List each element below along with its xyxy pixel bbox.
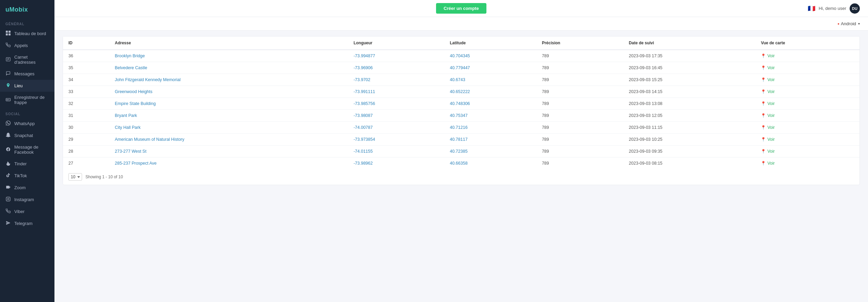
sidebar-item-telegram[interactable]: Telegram xyxy=(0,217,54,229)
sidebar-item-instagram[interactable]: Instagram xyxy=(0,194,54,206)
sidebar-item-calls[interactable]: Appels xyxy=(0,40,54,51)
pin-icon: 📍 xyxy=(761,125,766,130)
cell-id: 32 xyxy=(63,98,109,110)
table-row: 27 285-237 Prospect Ave -73.98962 40.663… xyxy=(63,157,859,169)
cell-id: 28 xyxy=(63,146,109,157)
calls-label: Appels xyxy=(14,43,28,48)
topbar: Créer un compte 🇫🇷 Hi, demo user DU xyxy=(54,0,868,17)
dashboard-icon xyxy=(5,31,11,36)
col-date: Date de suivi xyxy=(623,36,755,50)
address-link[interactable]: 273-277 West St xyxy=(115,149,146,154)
address-link[interactable]: City Hall Park xyxy=(115,125,141,130)
voir-link[interactable]: 📍Voir xyxy=(761,113,854,118)
cell-longitude: -73.98962 xyxy=(348,157,445,169)
pagination-text: Showing 1 - 10 of 10 xyxy=(85,175,123,179)
table-row: 33 Greenwood Heights -73.991111 40.65222… xyxy=(63,86,859,98)
cell-date: 2023-09-03 08:15 xyxy=(623,157,755,169)
cell-id: 36 xyxy=(63,50,109,62)
sidebar-item-location[interactable]: Lieu xyxy=(0,80,54,92)
sidebar-item-tiktok[interactable]: TikTok xyxy=(0,170,54,182)
cell-precision: 789 xyxy=(536,110,623,122)
app-logo: uMobix xyxy=(0,0,54,18)
cell-address: 273-277 West St xyxy=(109,146,348,157)
cell-date: 2023-09-03 10:25 xyxy=(623,134,755,146)
cell-address: City Hall Park xyxy=(109,122,348,134)
voir-link[interactable]: 📍Voir xyxy=(761,89,854,94)
cell-id: 30 xyxy=(63,122,109,134)
address-link[interactable]: Bryant Park xyxy=(115,113,137,118)
voir-link[interactable]: 📍Voir xyxy=(761,137,854,142)
cell-voir: 📍Voir xyxy=(755,98,859,110)
android-selector[interactable]: ● Android ▾ xyxy=(837,21,860,26)
sidebar-item-zoom[interactable]: Zoom xyxy=(0,182,54,194)
col-longitude: Longueur xyxy=(348,36,445,50)
instagram-icon xyxy=(5,197,11,202)
col-map: Vue de carte xyxy=(755,36,859,50)
col-address: Adresse xyxy=(109,36,348,50)
cell-address: Brooklyn Bridge xyxy=(109,50,348,62)
sidebar-item-messages[interactable]: Messages xyxy=(0,68,54,80)
voir-link[interactable]: 📍Voir xyxy=(761,149,854,154)
cell-date: 2023-09-03 16:45 xyxy=(623,62,755,74)
voir-link[interactable]: 📍Voir xyxy=(761,65,854,70)
location-label: Lieu xyxy=(14,83,23,88)
per-page-select[interactable]: 10 25 50 xyxy=(68,173,82,181)
cell-voir: 📍Voir xyxy=(755,157,859,169)
telegram-icon xyxy=(5,221,11,226)
cell-id: 31 xyxy=(63,110,109,122)
cell-address: American Museum of Natural History xyxy=(109,134,348,146)
cell-date: 2023-09-03 13:08 xyxy=(623,98,755,110)
voir-link[interactable]: 📍Voir xyxy=(761,77,854,82)
cell-longitude: -73.985756 xyxy=(348,98,445,110)
cell-longitude: -74.01155 xyxy=(348,146,445,157)
contacts-icon xyxy=(5,57,11,63)
cell-voir: 📍Voir xyxy=(755,62,859,74)
voir-link[interactable]: 📍Voir xyxy=(761,161,854,166)
cell-id: 27 xyxy=(63,157,109,169)
voir-link[interactable]: 📍Voir xyxy=(761,54,854,58)
col-latitude: Latitude xyxy=(444,36,536,50)
address-link[interactable]: John Fitzgerald Kennedy Memorial xyxy=(115,77,180,82)
cell-address: John Fitzgerald Kennedy Memorial xyxy=(109,74,348,86)
col-precision: Précision xyxy=(536,36,623,50)
address-link[interactable]: Empire State Building xyxy=(115,101,156,106)
address-link[interactable]: 285-237 Prospect Ave xyxy=(115,161,157,166)
address-link[interactable]: Belvedere Castle xyxy=(115,65,147,70)
sidebar-item-facebook[interactable]: Message de Facebook xyxy=(0,141,54,158)
address-link[interactable]: Greenwood Heights xyxy=(115,89,152,94)
sidebar-item-dashboard[interactable]: Tableau de bord xyxy=(0,28,54,40)
create-account-button[interactable]: Créer un compte xyxy=(436,3,486,14)
cell-address: Empire State Building xyxy=(109,98,348,110)
cell-voir: 📍Voir xyxy=(755,110,859,122)
cell-latitude: 40.71216 xyxy=(444,122,536,134)
keylogger-label: Enregistreur de frappe xyxy=(14,95,49,105)
sidebar-item-viber[interactable]: Viber xyxy=(0,206,54,217)
cell-latitude: 40.75347 xyxy=(444,110,536,122)
location-icon xyxy=(5,83,11,89)
table-row: 35 Belvedere Castle -73.96906 40.779447 … xyxy=(63,62,859,74)
voir-link[interactable]: 📍Voir xyxy=(761,125,854,130)
keylogger-icon xyxy=(5,97,11,103)
cell-precision: 789 xyxy=(536,74,623,86)
pin-icon: 📍 xyxy=(761,101,766,106)
cell-address: Bryant Park xyxy=(109,110,348,122)
cell-id: 34 xyxy=(63,74,109,86)
sidebar-item-contacts[interactable]: Carnet d'adresses xyxy=(0,51,54,68)
sidebar-item-tinder[interactable]: Tinder xyxy=(0,158,54,170)
topbar-right: 🇫🇷 Hi, demo user DU xyxy=(808,3,860,14)
table-row: 34 John Fitzgerald Kennedy Memorial -73.… xyxy=(63,74,859,86)
cell-latitude: 40.72385 xyxy=(444,146,536,157)
voir-link[interactable]: 📍Voir xyxy=(761,101,854,106)
sidebar-item-keylogger[interactable]: Enregistreur de frappe xyxy=(0,92,54,108)
sidebar-item-whatsapp[interactable]: WhatsApp xyxy=(0,118,54,130)
cell-date: 2023-09-03 15:25 xyxy=(623,74,755,86)
address-link[interactable]: Brooklyn Bridge xyxy=(115,54,145,58)
sidebar-item-snapchat[interactable]: Snapchat xyxy=(0,130,54,141)
instagram-label: Instagram xyxy=(14,197,34,202)
cell-voir: 📍Voir xyxy=(755,86,859,98)
pin-icon: 📍 xyxy=(761,89,766,94)
facebook-icon xyxy=(5,147,11,153)
cell-voir: 📍Voir xyxy=(755,74,859,86)
address-link[interactable]: American Museum of Natural History xyxy=(115,137,184,142)
tiktok-label: TikTok xyxy=(14,173,27,178)
